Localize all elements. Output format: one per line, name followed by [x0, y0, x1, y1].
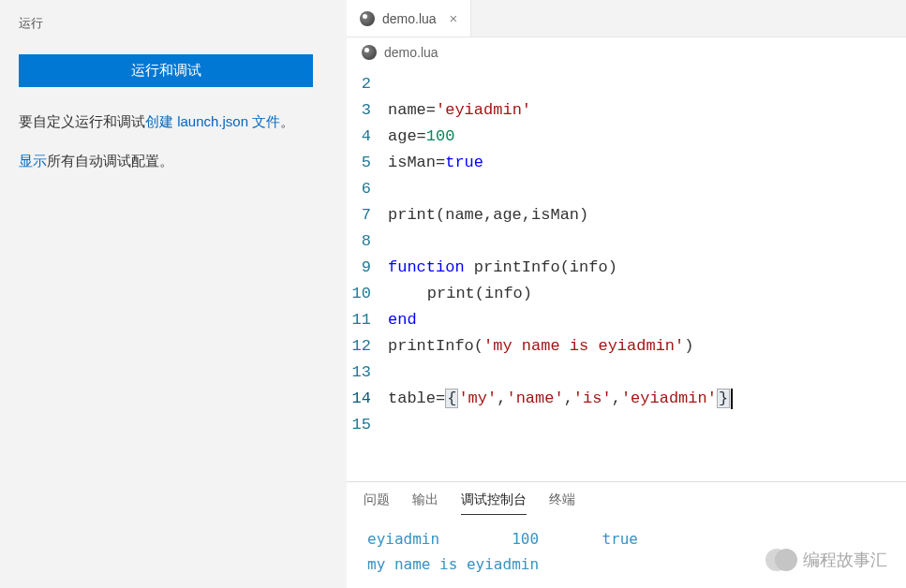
code-line[interactable]: 5isMan=true [347, 150, 906, 176]
code-content[interactable]: printInfo('my name is eyiadmin') [388, 333, 693, 360]
line-number: 4 [347, 124, 388, 150]
breadcrumb[interactable]: demo.lua [347, 37, 906, 67]
sidebar-title: 运行 [19, 15, 328, 32]
code-content[interactable]: age=100 [388, 124, 454, 150]
token: print(name,age,isMan) [388, 206, 588, 224]
panel-tab-1[interactable]: 输出 [412, 492, 438, 515]
token: print(info) [389, 285, 532, 302]
token: true [445, 154, 483, 171]
line-number: 7 [347, 202, 388, 228]
token: 'is' [573, 390, 612, 407]
line-number: 6 [347, 176, 388, 202]
customize-hint: 要自定义运行和调试创建 launch.json 文件。 [19, 110, 328, 134]
run-and-debug-button[interactable]: 运行和调试 [19, 54, 313, 87]
create-launch-json-link[interactable]: 创建 launch.json 文件 [145, 113, 280, 129]
line-number: 8 [347, 228, 388, 255]
token: printInfo(info) [465, 258, 617, 276]
token: printInfo( [388, 337, 483, 355]
customize-prefix: 要自定义运行和调试 [19, 113, 145, 129]
tab-bar: demo.lua × [347, 0, 906, 37]
line-number: 13 [347, 360, 388, 386]
code-content[interactable]: table={'my','name','is','eyiadmin'} [388, 386, 733, 412]
token: , [564, 390, 573, 407]
watermark-text: 编程故事汇 [803, 549, 887, 571]
lua-icon [362, 45, 377, 60]
line-number: 12 [347, 333, 388, 360]
code-content[interactable]: print(name,age,isMan) [388, 202, 588, 228]
show-configs-hint: 显示所有自动调试配置。 [19, 149, 328, 173]
line-number: 10 [347, 281, 388, 307]
token: 'eyiadmin' [436, 101, 531, 119]
code-line[interactable]: 3name='eyiadmin' [347, 97, 906, 124]
code-line[interactable]: 10 print(info) [347, 281, 906, 307]
line-number: 2 [347, 71, 388, 97]
output-line-2: my name is eyiadmin [367, 555, 539, 573]
code-content[interactable]: name='eyiadmin' [388, 97, 531, 124]
wechat-icon [775, 549, 797, 571]
token: 'eyiadmin' [621, 390, 717, 407]
code-line[interactable]: 13 [347, 360, 906, 386]
watermark: 编程故事汇 [775, 549, 887, 571]
token: isMan= [388, 154, 445, 171]
panel-tab-2[interactable]: 调试控制台 [461, 492, 527, 515]
close-icon[interactable]: × [450, 10, 458, 26]
token: 'my name is eyiadmin' [483, 337, 684, 355]
code-line[interactable]: 15 [347, 412, 906, 438]
code-line[interactable]: 12printInfo('my name is eyiadmin') [347, 333, 906, 360]
tab-label: demo.lua [382, 11, 437, 26]
code-line[interactable]: 9function printInfo(info) [347, 255, 906, 281]
token: ) [684, 337, 693, 355]
line-number: 11 [347, 307, 388, 333]
code-line[interactable]: 11end [347, 307, 906, 333]
code-line[interactable]: 8 [347, 228, 906, 255]
code-content[interactable]: print(info) [388, 281, 532, 307]
code-line[interactable]: 2 [347, 71, 906, 97]
show-suffix: 所有自动调试配置。 [47, 153, 173, 169]
output-line-1: eyiadmin 100 true [367, 530, 638, 548]
panel-tab-3[interactable]: 终端 [549, 492, 575, 515]
token: function [388, 258, 465, 276]
line-number: 15 [347, 412, 388, 438]
run-sidebar: 运行 运行和调试 要自定义运行和调试创建 launch.json 文件。 显示所… [0, 0, 347, 588]
line-number: 5 [347, 150, 388, 176]
show-link[interactable]: 显示 [19, 153, 47, 169]
code-line[interactable]: 14table={'my','name','is','eyiadmin'} [347, 386, 906, 412]
token: , [612, 390, 621, 407]
lua-icon [360, 11, 375, 26]
token: table= [388, 390, 445, 407]
line-number: 3 [347, 97, 388, 124]
token: 'name' [506, 390, 563, 407]
code-content[interactable]: isMan=true [388, 150, 483, 176]
editor-area: demo.lua × demo.lua 23name='eyiadmin'4ag… [347, 0, 906, 588]
tab-demo-lua[interactable]: demo.lua × [347, 0, 471, 37]
line-number: 14 [347, 386, 388, 412]
code-content[interactable]: end [388, 307, 417, 333]
token: age= [388, 127, 426, 145]
code-line[interactable]: 7print(name,age,isMan) [347, 202, 906, 228]
token: 'my' [458, 390, 497, 407]
token: end [388, 311, 417, 329]
token: name= [388, 101, 436, 119]
code-line[interactable]: 6 [347, 176, 906, 202]
panel-tab-0[interactable]: 问题 [364, 492, 390, 515]
token: 100 [426, 127, 455, 145]
code-line[interactable]: 4age=100 [347, 124, 906, 150]
bottom-panel: 问题输出调试控制台终端 eyiadmin 100 true my name is… [347, 481, 906, 588]
text-cursor [731, 389, 733, 409]
token: { [445, 389, 458, 408]
panel-tabs: 问题输出调试控制台终端 [347, 482, 906, 515]
code-editor[interactable]: 23name='eyiadmin'4age=1005isMan=true67pr… [347, 67, 906, 481]
token: } [717, 389, 730, 408]
code-content[interactable]: function printInfo(info) [388, 255, 617, 281]
period: 。 [280, 113, 294, 129]
breadcrumb-filename: demo.lua [384, 45, 438, 60]
token: , [497, 390, 506, 407]
line-number: 9 [347, 255, 388, 281]
